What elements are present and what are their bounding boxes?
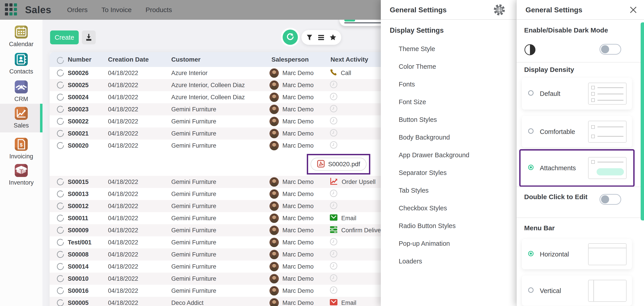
sidebar-item-crm[interactable]: CRM bbox=[0, 77, 42, 102]
next-activity-cell[interactable] bbox=[330, 115, 338, 127]
next-activity-cell[interactable] bbox=[330, 91, 338, 103]
settings-nav-item-checkbox-styles[interactable]: Checkbox Styles bbox=[399, 205, 447, 212]
filter-funnel-icon[interactable] bbox=[306, 34, 313, 41]
settings-nav-item-fonts[interactable]: Fonts bbox=[399, 81, 415, 88]
option-card-vertical[interactable]: Vertical bbox=[522, 275, 632, 306]
gear-globe-icon[interactable] bbox=[493, 4, 505, 16]
table-row[interactable]: S0001104/18/2022Gemini FurnitureMarc Dem… bbox=[50, 212, 390, 224]
col-header-customer[interactable]: Customer bbox=[171, 52, 200, 67]
row-select-circle[interactable] bbox=[56, 115, 64, 127]
option-card-attachments[interactable]: Attachments bbox=[522, 152, 632, 184]
settings-nav-item-pop-up-animation[interactable]: Pop-up Animation bbox=[399, 240, 450, 247]
row-select-circle[interactable] bbox=[56, 297, 64, 306]
table-row[interactable]: S0001004/18/2022Gemini FurnitureMarc Dem… bbox=[50, 273, 390, 285]
next-activity-cell[interactable]: Email bbox=[330, 297, 356, 306]
next-activity-cell[interactable] bbox=[330, 188, 338, 200]
attachment-chip[interactable]: S00020.pdf bbox=[310, 158, 366, 171]
row-select-circle[interactable] bbox=[56, 285, 64, 297]
table-row[interactable]: S0002404/18/2022Azure Interior, Colleen … bbox=[50, 91, 390, 103]
col-header-salesperson[interactable]: Salesperson bbox=[272, 52, 309, 67]
tour-highlight-box[interactable]: Attachments bbox=[519, 149, 634, 187]
settings-nav-item-color-theme[interactable]: Color Theme bbox=[399, 63, 436, 70]
radio-unselected-icon[interactable] bbox=[528, 90, 534, 96]
next-activity-cell[interactable] bbox=[330, 79, 338, 91]
col-header-creation-date[interactable]: Creation Date bbox=[108, 52, 149, 67]
next-activity-cell[interactable]: Order Upsell bbox=[330, 176, 376, 188]
row-select-circle[interactable] bbox=[56, 260, 64, 273]
table-row[interactable]: S0002304/18/2022Gemini FurnitureMarc Dem… bbox=[50, 103, 390, 115]
next-activity-cell[interactable]: Confirm Delivery bbox=[330, 224, 386, 236]
table-row[interactable]: S0002504/18/2022Azure Interior, Colleen … bbox=[50, 79, 390, 91]
table-row[interactable]: S0000504/18/2022Deco AddictMarc DemoEmai… bbox=[50, 297, 390, 306]
settings-nav-item-theme-style[interactable]: Theme Style bbox=[399, 45, 435, 53]
settings-nav-item-separator-styles[interactable]: Separator Styles bbox=[399, 169, 446, 177]
favorites-star-icon[interactable] bbox=[330, 34, 336, 41]
row-select-circle[interactable] bbox=[56, 212, 64, 224]
next-activity-cell[interactable] bbox=[330, 127, 338, 139]
nav-item-orders[interactable]: Orders bbox=[67, 6, 88, 14]
sidebar-item-inventory[interactable]: Inventory bbox=[0, 161, 42, 186]
settings-nav-item-font-size[interactable]: Font Size bbox=[399, 98, 426, 106]
double-click-toggle[interactable] bbox=[600, 194, 621, 205]
option-card-default[interactable]: Default bbox=[522, 78, 632, 109]
row-select-circle[interactable] bbox=[56, 188, 64, 200]
row-select-circle[interactable] bbox=[56, 103, 64, 115]
next-activity-cell[interactable] bbox=[330, 236, 338, 248]
sidebar-item-sales[interactable]: Sales bbox=[0, 104, 42, 132]
export-download-button[interactable] bbox=[82, 31, 96, 44]
create-button[interactable]: Create bbox=[50, 31, 79, 44]
table-row[interactable]: Test/00104/18/2022Gemini FurnitureMarc D… bbox=[50, 236, 390, 248]
col-header-number[interactable]: Number bbox=[68, 52, 92, 67]
sidebar-item-contacts[interactable]: Contacts bbox=[0, 50, 42, 75]
table-row[interactable]: S0001604/18/2022Gemini FurnitureMarc Dem… bbox=[50, 285, 390, 297]
option-card-comfortable[interactable]: Comfortable bbox=[522, 116, 632, 147]
next-activity-cell[interactable] bbox=[330, 103, 338, 115]
table-row[interactable]: S0002204/18/2022Gemini FurnitureMarc Dem… bbox=[50, 115, 390, 127]
settings-nav-item-button-styles[interactable]: Button Styles bbox=[399, 116, 437, 123]
refresh-button[interactable] bbox=[283, 30, 298, 45]
row-select-circle[interactable] bbox=[56, 224, 64, 236]
table-row[interactable]: S0002604/18/2022Azure InteriorMarc DemoC… bbox=[50, 67, 390, 79]
table-row[interactable]: S0001304/18/2022Gemini FurnitureMarc Dem… bbox=[50, 188, 390, 200]
radio-unselected-icon[interactable] bbox=[528, 128, 534, 134]
next-activity-cell[interactable] bbox=[330, 285, 338, 297]
close-icon[interactable] bbox=[629, 6, 637, 14]
sidebar-item-invoicing[interactable]: $Invoicing bbox=[0, 135, 42, 160]
sidebar-item-calendar[interactable]: Calendar bbox=[0, 22, 42, 48]
row-select-circle[interactable] bbox=[56, 200, 64, 212]
row-select-circle[interactable] bbox=[56, 273, 64, 285]
nav-item-products[interactable]: Products bbox=[146, 6, 172, 14]
row-select-circle[interactable] bbox=[56, 67, 64, 79]
next-activity-cell[interactable] bbox=[330, 200, 338, 212]
row-select-circle[interactable] bbox=[56, 176, 64, 188]
panel-scrollbar[interactable] bbox=[641, 22, 644, 220]
dark-mode-toggle[interactable] bbox=[600, 44, 621, 55]
next-activity-cell[interactable]: Email bbox=[330, 212, 356, 224]
row-select-circle[interactable] bbox=[56, 139, 64, 152]
row-select-circle[interactable] bbox=[56, 248, 64, 260]
radio-selected-icon[interactable] bbox=[528, 165, 534, 170]
settings-nav-item-tab-styles[interactable]: Tab Styles bbox=[399, 187, 429, 194]
row-select-circle[interactable] bbox=[56, 91, 64, 103]
radio-selected-icon[interactable] bbox=[528, 251, 534, 256]
settings-nav-item-radio-button-styles[interactable]: Radio Button Styles bbox=[399, 222, 456, 230]
table-row[interactable]: S0001504/18/2022Gemini FurnitureMarc Dem… bbox=[50, 176, 390, 188]
col-header-next-activity[interactable]: Next Activity bbox=[330, 52, 368, 67]
row-select-circle[interactable] bbox=[56, 236, 64, 248]
table-row[interactable]: S0001204/18/2022Gemini FurnitureMarc Dem… bbox=[50, 200, 390, 212]
table-row[interactable]: S0000804/18/2022Gemini FurnitureMarc Dem… bbox=[50, 248, 390, 260]
radio-unselected-icon[interactable] bbox=[528, 287, 534, 293]
table-row[interactable]: S0001404/18/2022Gemini FurnitureMarc Dem… bbox=[50, 260, 390, 273]
table-row[interactable]: S0002104/18/2022Gemini FurnitureMarc Dem… bbox=[50, 127, 390, 139]
table-row[interactable]: S0000904/18/2022Gemini FurnitureMarc Dem… bbox=[50, 224, 390, 236]
settings-nav-item-app-drawer-background[interactable]: App Drawer Background bbox=[399, 151, 469, 159]
table-row[interactable]: S0002004/18/2022Gemini FurnitureMarc Dem… bbox=[50, 139, 390, 152]
settings-nav-item-loaders[interactable]: Loaders bbox=[399, 258, 422, 265]
next-activity-cell[interactable]: Call bbox=[330, 67, 351, 79]
group-by-icon[interactable] bbox=[318, 34, 325, 41]
next-activity-cell[interactable] bbox=[330, 273, 338, 285]
next-activity-cell[interactable] bbox=[330, 260, 338, 273]
option-card-horizontal[interactable]: Horizontal bbox=[522, 239, 632, 269]
settings-nav-item-body-background[interactable]: Body Background bbox=[399, 134, 450, 141]
select-all-circle[interactable] bbox=[56, 52, 64, 68]
